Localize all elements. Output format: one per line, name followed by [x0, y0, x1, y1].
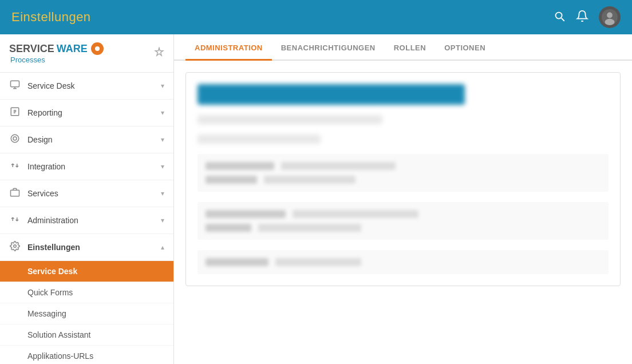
sidebar-subitem-messaging[interactable]: Messaging [0, 303, 173, 325]
blurred-value-4 [258, 224, 361, 232]
sidebar-item-label-design: Design [27, 135, 53, 144]
tab-benachrichtigungen[interactable]: BENACHRICHTIGUNGEN [272, 37, 385, 61]
search-icon[interactable] [553, 10, 566, 25]
integration-icon [9, 160, 21, 173]
sidebar-logo: SERVICE WARE Processes [0, 34, 173, 73]
logo-icon [91, 42, 104, 55]
blurred-label-5 [206, 258, 268, 266]
sidebar-item-label-integration: Integration [27, 162, 65, 171]
sidebar-item-administration[interactable]: Administration ▾ [0, 207, 173, 234]
sidebar-subitem-service-desk[interactable]: Service Desk [0, 261, 173, 282]
svg-point-1 [607, 13, 613, 18]
services-icon [9, 187, 21, 200]
svg-rect-3 [11, 81, 19, 87]
blurred-section-1 [198, 154, 609, 192]
blurred-label-1 [206, 162, 274, 170]
tab-bar: ADMINISTRATION BENACHRICHTIGUNGEN ROLLEN… [174, 34, 632, 61]
svg-point-5 [11, 134, 19, 143]
logo-sub-text: Processes [10, 56, 104, 64]
blurred-label-2 [206, 176, 257, 184]
chevron-up-icon: ▴ [161, 243, 164, 251]
svg-rect-7 [11, 190, 19, 196]
sidebar-subitem-solution-assistant[interactable]: Solution Assistant [0, 325, 173, 346]
chevron-down-icon: ▾ [161, 82, 164, 90]
service-desk-icon [9, 80, 21, 92]
page-title-text: Einstellungen [11, 10, 91, 24]
blurred-content [198, 84, 609, 274]
chevron-down-icon: ▾ [161, 163, 164, 171]
blurred-header [198, 84, 465, 105]
logo-area: SERVICE WARE Processes [9, 42, 104, 64]
main-layout: SERVICE WARE Processes Service Desk ▾ [0, 34, 632, 364]
blurred-label-4 [206, 224, 251, 232]
logo-top: SERVICE WARE [9, 42, 104, 55]
sidebar-item-label-einstellungen: Einstellungen [27, 243, 80, 252]
tab-administration[interactable]: ADMINISTRATION [185, 37, 272, 61]
logo-service-text: SERVICE [9, 43, 54, 55]
top-header: Einstellungen [0, 0, 632, 34]
logo-ware-text: WARE [57, 43, 88, 55]
sidebar-item-reporting[interactable]: Reporting ▾ [0, 100, 173, 126]
sidebar-subitem-quick-forms[interactable]: Quick Forms [0, 282, 173, 303]
pin-icon[interactable] [154, 47, 164, 60]
tab-rollen[interactable]: ROLLEN [385, 37, 435, 61]
blurred-value-5 [275, 258, 361, 266]
page-title: Einstellungen [11, 10, 91, 25]
blurred-section-2 [198, 202, 609, 240]
chevron-down-icon: ▾ [161, 109, 164, 117]
tab-optionen[interactable]: OPTIONEN [435, 37, 495, 61]
chevron-down-icon: ▾ [161, 136, 164, 144]
header-icons [553, 6, 621, 28]
sidebar-item-integration[interactable]: Integration ▾ [0, 153, 173, 180]
einstellungen-icon [9, 241, 21, 254]
blurred-text-1 [198, 115, 382, 124]
chevron-down-icon: ▾ [161, 189, 164, 197]
blurred-value-3 [293, 210, 418, 218]
svg-point-6 [13, 137, 17, 140]
blurred-text-2 [198, 134, 321, 144]
sidebar-item-label-administration: Administration [27, 216, 78, 225]
notification-icon[interactable] [576, 10, 588, 25]
sidebar-subitem-applikations-urls[interactable]: Applikations-URLs [0, 346, 173, 364]
content-border-box [185, 72, 621, 286]
content-panel [174, 61, 632, 364]
content-area: ADMINISTRATION BENACHRICHTIGUNGEN ROLLEN… [174, 34, 632, 364]
svg-point-2 [605, 19, 615, 25]
user-avatar[interactable] [599, 6, 621, 28]
sidebar-item-label-services: Services [27, 189, 58, 198]
sidebar-item-services[interactable]: Services ▾ [0, 180, 173, 207]
chevron-down-icon: ▾ [161, 216, 164, 224]
sidebar: SERVICE WARE Processes Service Desk ▾ [0, 34, 174, 364]
reporting-icon [9, 106, 21, 119]
sidebar-item-design[interactable]: Design ▾ [0, 126, 173, 153]
svg-point-8 [14, 245, 17, 248]
sidebar-item-label-service-desk: Service Desk [27, 81, 74, 90]
blurred-section-3 [198, 250, 609, 274]
sidebar-item-einstellungen[interactable]: Einstellungen ▴ [0, 234, 173, 261]
sidebar-item-service-desk[interactable]: Service Desk ▾ [0, 73, 173, 100]
administration-icon [9, 214, 21, 227]
design-icon [9, 133, 21, 146]
blurred-value-1 [281, 162, 396, 170]
blurred-label-3 [206, 210, 286, 218]
blurred-value-2 [264, 176, 356, 184]
sidebar-item-label-reporting: Reporting [27, 108, 62, 117]
